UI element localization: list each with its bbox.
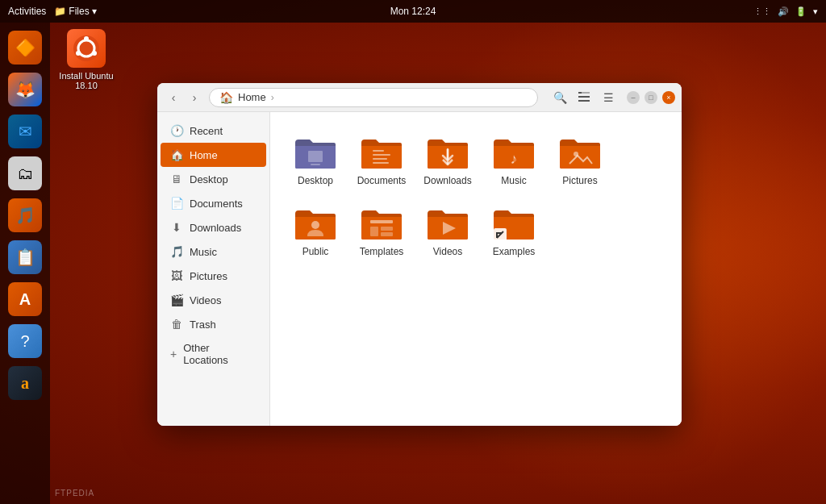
files-icon: 🗂: [8, 156, 42, 190]
documents-sidebar-icon: 📄: [170, 197, 183, 210]
other-locations-plus-icon: +: [170, 348, 177, 360]
dock-item-firefox[interactable]: 🦊: [6, 71, 44, 108]
sidebar-item-recent[interactable]: 🕐 Recent: [161, 119, 266, 143]
svg-rect-14: [373, 162, 389, 164]
dock-item-ubuntu[interactable]: 🔶: [6, 29, 44, 66]
sidebar-item-recent-label: Recent: [190, 125, 223, 137]
sidebar-item-videos[interactable]: 🎬 Videos: [161, 288, 266, 312]
videos-sidebar-icon: 🎬: [170, 294, 183, 306]
svg-point-19: [311, 221, 319, 229]
folder-item-documents[interactable]: Documents: [353, 128, 411, 191]
documents-folder-icon: [360, 133, 403, 172]
ubuntu-software-icon: 🔶: [8, 31, 42, 65]
sidebar-item-music[interactable]: 🎵 Music: [161, 240, 266, 264]
dock-item-thunderbird[interactable]: ✉: [6, 113, 44, 150]
file-manager-window: ‹ › 🏠 Home › 🔍 ☰ – □ ×: [157, 83, 682, 426]
appstore-icon: A: [8, 282, 42, 316]
volume-icon[interactable]: 🔊: [778, 6, 789, 17]
svg-rect-9: [308, 151, 323, 162]
downloads-folder-icon: [426, 133, 469, 172]
nav-buttons: ‹ ›: [164, 88, 204, 107]
other-locations-label: Other Locations: [183, 342, 257, 366]
network-icon[interactable]: ⋮⋮: [753, 6, 771, 17]
ftpedia-watermark: FTPEDIA: [55, 489, 94, 498]
recent-icon: 🕐: [170, 124, 183, 137]
sidebar-item-desktop[interactable]: 🖥 Desktop: [161, 167, 266, 191]
folder-item-examples[interactable]: Examples: [485, 199, 543, 262]
sidebar-item-music-label: Music: [190, 246, 217, 258]
sidebar-item-trash[interactable]: 🗑 Trash: [161, 312, 266, 336]
sidebar-item-trash-label: Trash: [190, 319, 216, 331]
view-list-button[interactable]: [574, 87, 594, 108]
menu-button[interactable]: ☰: [598, 87, 619, 108]
dock: 🔶 🦊 ✉ 🗂 🎵 📋 A ? a: [0, 23, 50, 504]
sidebar-item-pictures[interactable]: 🖼 Pictures: [161, 264, 266, 288]
svg-rect-7: [578, 100, 590, 102]
sidebar-item-downloads-label: Downloads: [190, 222, 241, 234]
install-ubuntu-icon-img: [67, 29, 106, 68]
folder-item-public[interactable]: Public: [286, 199, 344, 262]
sidebar-item-documents[interactable]: 📄 Documents: [161, 191, 266, 215]
sidebar-item-pictures-label: Pictures: [190, 270, 227, 282]
dock-item-help[interactable]: ?: [6, 323, 44, 360]
folder-item-pictures[interactable]: Pictures: [551, 128, 609, 191]
thunderbird-icon: ✉: [8, 115, 42, 148]
system-tray: ⋮⋮ 🔊 🔋 ▾: [753, 6, 818, 17]
path-text: Home: [238, 91, 266, 103]
minimize-button[interactable]: –: [627, 91, 640, 104]
dock-item-music[interactable]: 🎵: [6, 197, 44, 234]
svg-rect-10: [311, 164, 320, 165]
files-menu[interactable]: 📁 Files ▾: [54, 6, 96, 17]
videos-folder-label: Videos: [433, 246, 462, 257]
folder-grid: Desktop Documents: [286, 128, 665, 262]
music-folder-label: Music: [501, 175, 526, 186]
help-icon: ?: [8, 324, 42, 358]
music-folder-icon: ♪: [492, 133, 536, 172]
main-content: Desktop Documents: [270, 112, 682, 426]
sidebar-item-home[interactable]: 🏠 Home: [161, 143, 266, 167]
document-viewer-icon: 📋: [8, 240, 42, 274]
sidebar: 🕐 Recent 🏠 Home 🖥 Desktop 📄 Documents ⬇ …: [157, 112, 270, 426]
svg-text:♪: ♪: [511, 151, 518, 167]
pictures-folder-icon: [558, 133, 602, 172]
maximize-button[interactable]: □: [645, 91, 657, 104]
folder-item-videos[interactable]: Videos: [419, 199, 477, 262]
folder-item-downloads[interactable]: Downloads: [419, 128, 477, 191]
home-icon: 🏠: [170, 148, 183, 161]
sidebar-item-desktop-label: Desktop: [190, 173, 228, 185]
clock: Mon 12:24: [390, 6, 436, 17]
svg-rect-11: [373, 150, 384, 152]
dock-item-books[interactable]: 📋: [6, 239, 44, 276]
system-menu-icon[interactable]: ▾: [813, 6, 818, 17]
folder-item-templates[interactable]: Templates: [353, 199, 411, 262]
path-bar[interactable]: 🏠 Home ›: [209, 88, 538, 107]
svg-rect-8: [582, 92, 590, 94]
back-button[interactable]: ‹: [164, 88, 183, 107]
sidebar-item-videos-label: Videos: [190, 294, 222, 306]
battery-icon[interactable]: 🔋: [795, 6, 807, 17]
titlebar: ‹ › 🏠 Home › 🔍 ☰ – □ ×: [157, 83, 682, 112]
downloads-sidebar-icon: ⬇: [170, 221, 183, 234]
install-ubuntu-desktop-icon[interactable]: Install Ubuntu18.10: [58, 29, 115, 90]
search-button[interactable]: 🔍: [549, 87, 570, 108]
music-sidebar-icon: 🎵: [170, 245, 183, 258]
dock-item-amazon[interactable]: a: [6, 364, 44, 402]
svg-point-2: [84, 36, 89, 41]
activities-button[interactable]: Activities: [8, 6, 46, 17]
sidebar-item-documents-label: Documents: [190, 198, 243, 210]
dock-item-files[interactable]: 🗂: [6, 155, 44, 192]
folder-item-music[interactable]: ♪ Music: [485, 128, 543, 191]
path-home-icon: 🏠: [219, 91, 233, 104]
svg-point-4: [76, 51, 81, 56]
svg-point-3: [92, 51, 97, 56]
close-button[interactable]: ×: [662, 91, 675, 104]
sidebar-item-downloads[interactable]: ⬇ Downloads: [161, 215, 266, 240]
downloads-folder-label: Downloads: [423, 175, 471, 186]
pictures-sidebar-icon: 🖼: [170, 269, 183, 282]
forward-button[interactable]: ›: [185, 88, 204, 107]
dock-item-appstore[interactable]: A: [6, 281, 44, 318]
svg-rect-21: [370, 227, 378, 236]
folder-item-desktop[interactable]: Desktop: [286, 128, 344, 191]
sidebar-other-locations[interactable]: + Other Locations: [161, 336, 266, 372]
window-body: 🕐 Recent 🏠 Home 🖥 Desktop 📄 Documents ⬇ …: [157, 112, 682, 426]
